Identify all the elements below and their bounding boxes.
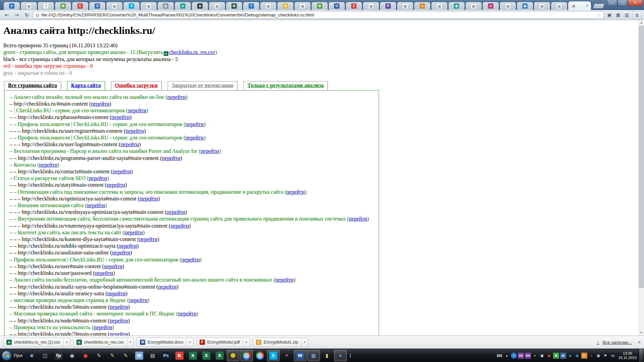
text-doc-icon[interactable]: ▤ <box>146 350 159 361</box>
teal-app-icon[interactable]: ◆ <box>567 353 573 359</box>
report-tab[interactable]: Карта сайта <box>67 81 105 90</box>
goto-link[interactable]: перейти <box>139 236 157 242</box>
browser-active-tab[interactable]: ▤ × <box>568 1 591 10</box>
browser-tab[interactable]: P <box>380 2 396 10</box>
chrome-icon[interactable] <box>240 350 253 361</box>
goto-link[interactable]: перейти <box>178 311 197 316</box>
white-app-icon[interactable]: ▣ <box>539 353 545 359</box>
edit-doc-icon[interactable]: ✎ <box>119 350 132 361</box>
goto-link[interactable]: перейти <box>185 121 204 127</box>
chrome-icon[interactable] <box>254 350 266 361</box>
gray-ball-icon[interactable]: ● <box>66 350 78 361</box>
browser-tab[interactable]: ▤ <box>260 2 277 10</box>
fastpicture-icon[interactable]: fp <box>52 350 65 361</box>
browser-tab[interactable]: ● <box>174 2 191 10</box>
goto-link[interactable]: перейти <box>104 263 122 269</box>
goto-link[interactable]: перейти <box>158 284 177 290</box>
goto-link[interactable]: перейти <box>107 182 125 188</box>
report-tab-label[interactable]: Ошибка загрузки <box>115 82 158 88</box>
download-item[interactable]: achecklinks.ru_res.csv▾ <box>73 338 134 347</box>
address-bar[interactable]: ▤ file:///Q:/!Dmitry/C%23/PARSER/Convert… <box>33 11 604 19</box>
goto-link[interactable]: перейти <box>110 304 128 310</box>
show-all-downloads-link[interactable]: Все загрузки... <box>603 340 632 345</box>
goto-link[interactable]: перейти <box>129 297 148 303</box>
browser-tab[interactable]: ▤ <box>294 2 311 10</box>
browser-tab[interactable]: T <box>243 2 260 10</box>
download-item[interactable]: achecklinks.ru_res (1).csv▾ <box>3 338 70 347</box>
goto-link[interactable]: перейти <box>286 189 305 195</box>
goto-link[interactable]: перейти <box>87 202 105 208</box>
hidden-icons-chevron[interactable]: ▴ <box>504 353 510 359</box>
red-dot-icon[interactable]: ● <box>588 353 594 359</box>
goto-link[interactable]: перейти <box>110 331 128 336</box>
control-panel-icon[interactable]: ▦ <box>307 350 320 361</box>
page-scrollbar[interactable]: ▲ ▼ <box>638 20 644 336</box>
browser-tab[interactable]: ● <box>482 2 499 10</box>
goto-link[interactable]: перейти <box>95 270 113 276</box>
back-button[interactable]: ← <box>3 11 11 19</box>
browser-tab[interactable]: ◆ <box>448 2 465 10</box>
goto-link[interactable]: перейти <box>162 155 180 161</box>
goto-link[interactable]: перейти <box>201 148 219 154</box>
screenshot-extension[interactable]: ▣ <box>606 11 613 19</box>
goto-link[interactable]: перейти <box>170 223 189 229</box>
dev-extension[interactable]: ▦ <box>614 11 622 19</box>
goto-link[interactable]: перейти <box>125 128 144 134</box>
close-button[interactable]: × <box>628 0 643 6</box>
goto-link[interactable]: перейти <box>185 135 204 140</box>
excel-icon[interactable]: X <box>213 350 226 361</box>
downloads-bar-close-icon[interactable]: × <box>638 340 641 345</box>
browser-tab[interactable]: ▤ <box>397 2 414 10</box>
browser-tab[interactable]: 5 <box>38 2 54 10</box>
maximize-button[interactable]: □ <box>618 0 628 6</box>
report-tab[interactable]: Закрытые от индексации <box>168 81 237 90</box>
browser-tab[interactable]: ▤ <box>20 2 37 10</box>
app-window-icon[interactable]: ◫ <box>39 350 52 361</box>
download-item-chevron-icon[interactable]: ▾ <box>63 338 70 347</box>
download-item-chevron-icon[interactable]: ▾ <box>301 338 308 347</box>
goto-link[interactable]: перейти <box>167 94 186 100</box>
goto-link[interactable]: перейти <box>349 216 367 222</box>
goto-link[interactable]: перейти <box>140 196 158 201</box>
goto-link[interactable]: перейти <box>112 250 130 255</box>
goto-link[interactable]: перейти <box>107 291 126 296</box>
report-tab[interactable]: Ошибка загрузки <box>111 81 162 90</box>
goto-link[interactable]: перейти <box>124 230 143 235</box>
blue-app-icon[interactable]: ▣ <box>574 353 580 359</box>
green-shield-icon[interactable]: ✚ <box>553 353 559 359</box>
browser-tab[interactable]: ◎ <box>157 2 174 10</box>
minimize-button[interactable]: — <box>607 0 617 6</box>
network-icon[interactable]: ▥ <box>595 353 601 359</box>
download-item-chevron-icon[interactable]: ▾ <box>186 338 193 347</box>
goto-link[interactable]: перейти <box>110 318 128 323</box>
goto-link[interactable]: перейти <box>128 108 146 113</box>
browser-tab[interactable]: ◈ <box>517 2 533 10</box>
browser-tab[interactable]: ▤ <box>551 2 568 10</box>
show-desktop-button[interactable] <box>640 349 643 362</box>
edit-doc-icon[interactable]: ✎ <box>106 350 119 361</box>
skype-icon[interactable]: S <box>267 350 280 361</box>
p-app-icon[interactable]: P <box>581 353 587 359</box>
browser-tab[interactable]: ⚙ <box>226 2 243 10</box>
report-tab[interactable]: Все страницы сайта <box>4 81 61 90</box>
red-ball-icon[interactable]: ● <box>79 350 92 361</box>
download-item[interactable]: WEncryptModul.docx▾ <box>137 338 193 347</box>
browser-tab[interactable]: ▤ <box>140 2 157 10</box>
media-app-icon[interactable]: ✦ <box>280 350 293 361</box>
language-indicator[interactable]: EN <box>497 354 502 358</box>
download-item[interactable]: PEncryptModul.pdf▾ <box>197 338 250 347</box>
help-icon[interactable]: ? <box>511 353 517 359</box>
reload-button[interactable]: ↻ <box>23 11 31 19</box>
goto-link[interactable]: перейти <box>111 114 130 120</box>
volume-icon[interactable]: ◄) <box>609 353 615 359</box>
browser-tab[interactable]: e <box>3 2 20 10</box>
goto-link[interactable]: перейти <box>120 141 139 147</box>
tab-close-icon[interactable]: × <box>586 4 588 8</box>
scroll-up-icon[interactable]: ▲ <box>639 20 644 25</box>
goto-link[interactable]: перейти <box>89 175 107 181</box>
browser-tab[interactable]: ▤ <box>534 2 550 10</box>
browser-tab[interactable]: Z <box>345 2 362 10</box>
kmplayer-icon[interactable]: K <box>173 350 186 361</box>
start-button[interactable] <box>2 351 12 361</box>
download-item[interactable]: ZEncryptModul1.zip▾ <box>253 338 308 347</box>
